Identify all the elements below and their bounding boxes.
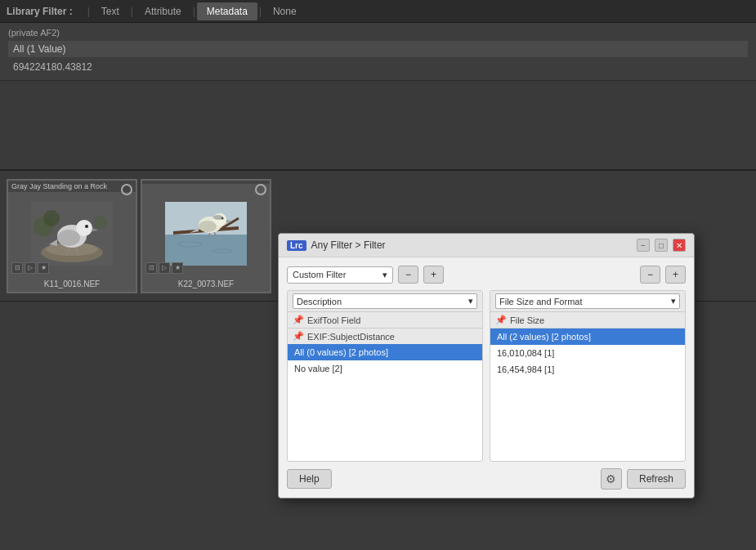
gear-button[interactable]: ⚙: [601, 468, 622, 490]
svg-rect-15: [165, 235, 247, 266]
left-panel-header: Description ▾: [288, 291, 482, 312]
dialog-titlebar: Lrc Any Filter > Filter − □ ✕: [279, 234, 694, 257]
list-item-right-2[interactable]: 16,454,984 [1]: [490, 361, 685, 378]
circle-indicator-2: [255, 184, 266, 195]
plus-button-right[interactable]: +: [665, 266, 686, 284]
icon-flag2: ▷: [159, 262, 170, 274]
svg-point-23: [213, 215, 223, 220]
filter-dialog: Lrc Any Filter > Filter − □ ✕ Custom Fil…: [278, 233, 695, 499]
photo-icons-1: ⊡ ▷ ★: [11, 262, 49, 274]
dropdown-icon-left: ▾: [468, 296, 473, 306]
right-panel-header: File Size and Format ▾: [490, 291, 685, 312]
separator: |: [131, 6, 133, 17]
tab-text[interactable]: Text: [92, 2, 129, 20]
library-filter-label: Library Filter :: [7, 6, 73, 17]
minimize-button[interactable]: −: [637, 239, 650, 252]
photo-item-2[interactable]: ⊡ ▷ ★ K22_0073.NEF: [141, 179, 271, 293]
icon-star2: ★: [172, 262, 183, 274]
right-panel-list[interactable]: All (2 values) [2 photos] 16,010,084 [1]…: [490, 329, 685, 461]
pin-icon-right: 📌: [495, 315, 507, 325]
all-value-row[interactable]: All (1 Value): [8, 41, 748, 57]
icon-star: ★: [38, 262, 49, 274]
photo-title-2: [142, 181, 270, 184]
icon-lock: ⊡: [11, 262, 23, 274]
svg-point-5: [85, 225, 88, 228]
minus-button-top[interactable]: −: [398, 266, 418, 284]
file-size-format-select[interactable]: File Size and Format ▾: [495, 293, 680, 309]
private-label: (private AF2): [8, 28, 748, 38]
left-panel-field: 📌 EXIF:SubjectDistance: [288, 329, 482, 344]
lrc-badge: Lrc: [287, 240, 306, 251]
maximize-button[interactable]: □: [655, 239, 668, 252]
svg-point-13: [94, 216, 107, 229]
exiftool-field-label[interactable]: ExifTool Field: [307, 315, 360, 325]
exif-subject-label: EXIF:SubjectDistance: [307, 332, 395, 342]
svg-point-7: [57, 230, 80, 246]
list-item-left-0[interactable]: All (0 values) [2 photos]: [288, 344, 482, 360]
svg-point-12: [43, 210, 60, 226]
photo-title-1: Gray Jay Standing on a Rock: [8, 181, 136, 192]
dialog-columns: Description ▾ 📌 ExifTool Field 📌 EXIF:Su…: [287, 290, 686, 462]
file-size-label[interactable]: File Size: [510, 315, 544, 325]
tab-metadata[interactable]: Metadata: [197, 2, 257, 20]
photo-icons-2: ⊡ ▷ ★: [145, 262, 183, 274]
separator: |: [259, 6, 262, 17]
photo-item-1[interactable]: Gray Jay Standing on a Rock: [7, 179, 137, 293]
photo-filename-2: K22_0073.NEF: [142, 279, 270, 288]
dialog-title-text: Any Filter > Filter: [311, 239, 386, 251]
left-panel-subrow: 📌 ExifTool Field: [288, 312, 482, 329]
refresh-button[interactable]: Refresh: [627, 469, 686, 489]
right-panel-subrow: 📌 File Size: [490, 312, 685, 329]
dropdown-icon-right: ▾: [671, 296, 676, 306]
list-item-right-1[interactable]: 16,010,084 [1]: [490, 345, 685, 361]
library-filter-bar: Library Filter : | Text | Attribute | Me…: [0, 0, 756, 23]
dialog-title-left: Lrc Any Filter > Filter: [287, 239, 386, 251]
close-button[interactable]: ✕: [673, 239, 686, 252]
plus-button-top[interactable]: +: [423, 266, 444, 284]
dialog-top-row: Custom Filter ▾ − + − +: [287, 266, 686, 284]
icon-lock2: ⊡: [145, 262, 157, 274]
gear-icon: ⚙: [606, 472, 616, 485]
dialog-bottom: Help ⚙ Refresh: [287, 468, 686, 490]
right-panel: File Size and Format ▾ 📌 File Size All (…: [490, 290, 686, 462]
help-button[interactable]: Help: [287, 469, 332, 489]
dropdown-arrow-icon: ▾: [382, 270, 387, 280]
top-section: [0, 81, 756, 171]
pin-icon-left2: 📌: [293, 331, 304, 342]
custom-filter-select[interactable]: Custom Filter ▾: [287, 266, 393, 284]
list-item-right-0[interactable]: All (2 values) [2 photos]: [490, 329, 685, 345]
left-panel-list[interactable]: All (0 values) [2 photos] No value [2]: [288, 344, 482, 458]
metadata-panel: (private AF2) All (1 Value) 694224180.43…: [0, 23, 756, 81]
dialog-controls: − □ ✕: [637, 239, 686, 252]
circle-indicator-1: [121, 184, 132, 195]
tab-none[interactable]: None: [263, 2, 306, 20]
separator: |: [87, 6, 90, 17]
minus-button-right[interactable]: −: [640, 266, 660, 284]
list-item-left-1[interactable]: No value [2]: [288, 360, 482, 377]
tab-attribute[interactable]: Attribute: [135, 2, 191, 20]
pin-icon-left: 📌: [293, 315, 304, 325]
description-select[interactable]: Description ▾: [293, 293, 477, 309]
photo-filename-1: K11_0016.NEF: [8, 279, 136, 288]
dialog-body: Custom Filter ▾ − + − + Description ▾: [279, 257, 694, 498]
left-panel: Description ▾ 📌 ExifTool Field 📌 EXIF:Su…: [287, 290, 483, 462]
value-row: 694224180.43812: [8, 59, 748, 75]
svg-point-22: [199, 221, 217, 232]
separator: |: [193, 6, 195, 17]
icon-flag: ▷: [25, 262, 36, 274]
